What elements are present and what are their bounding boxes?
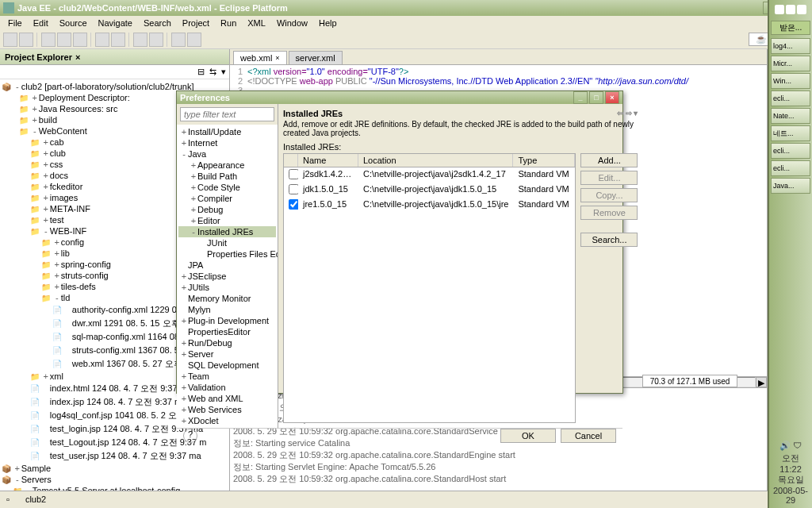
jre-checkbox[interactable] bbox=[289, 184, 298, 194]
toolbar-new-package-button[interactable] bbox=[95, 33, 109, 47]
pref-tree-item[interactable]: -Java bbox=[178, 148, 276, 160]
tree-item[interactable]: test_user.jsp 124 08. 4. 7 오전 9:37 ma bbox=[2, 449, 228, 463]
cancel-button[interactable]: Cancel bbox=[561, 429, 616, 443]
taskbar-item[interactable]: ecli... bbox=[771, 143, 810, 159]
preferences-dialog: Preferences _ □ × +Install/Update+Intern… bbox=[176, 90, 623, 394]
toolbar-external-tools-button[interactable] bbox=[73, 33, 87, 47]
editor-tab-web-xml[interactable]: web.xml× bbox=[233, 51, 287, 64]
preferences-nav-icons[interactable]: ⇦ ⇨ ▾ bbox=[617, 109, 638, 118]
toolbar-new-class-button[interactable] bbox=[111, 33, 125, 47]
taskbar-item[interactable]: ecli... bbox=[771, 90, 810, 106]
pref-tree-item[interactable]: +Compiler bbox=[178, 193, 276, 204]
col-type[interactable]: Type bbox=[513, 154, 575, 167]
close-icon[interactable]: × bbox=[75, 52, 80, 62]
col-location[interactable]: Location bbox=[358, 154, 513, 167]
jre-row[interactable]: jdk1.5.0_15C:\netville-project\java\jdk1… bbox=[284, 183, 575, 198]
taskbar-item[interactable]: Win... bbox=[771, 73, 810, 89]
pref-tree-item[interactable]: JPA bbox=[178, 260, 276, 271]
jre-row[interactable]: jre1.5.0_15C:\netville-project\java\jdk1… bbox=[284, 198, 575, 213]
pref-tree-item[interactable]: +JSEclipse bbox=[178, 271, 276, 282]
pref-tree-item[interactable]: +Server bbox=[178, 348, 276, 360]
pref-tree-item[interactable]: +Web Services bbox=[178, 404, 276, 415]
jre-checkbox[interactable] bbox=[289, 199, 298, 210]
link-editor-icon[interactable]: ⇆ bbox=[209, 67, 216, 77]
menu-project[interactable]: Project bbox=[178, 17, 214, 29]
preferences-filter-input[interactable] bbox=[180, 107, 274, 121]
search-button[interactable]: Search... bbox=[580, 233, 638, 247]
editor-tab-server-xml[interactable]: server.xml bbox=[289, 51, 343, 64]
status-icon: ▫ bbox=[6, 495, 10, 504]
pref-tree-item[interactable]: Properties Files Edit bbox=[178, 248, 276, 260]
taskbar-item[interactable]: ecli... bbox=[771, 160, 810, 176]
pref-tree-item[interactable]: +Team bbox=[178, 371, 276, 382]
dialog-close-button[interactable]: × bbox=[605, 91, 619, 104]
pref-tree-item[interactable]: Memory Monitor bbox=[178, 293, 276, 304]
pref-tree-item[interactable]: +Plug-in Development bbox=[178, 315, 276, 326]
scroll-right-icon[interactable]: ▶ bbox=[756, 377, 767, 387]
toolbar-forward-button[interactable] bbox=[187, 33, 201, 47]
toolbar-run-button[interactable] bbox=[57, 33, 71, 47]
taskbar-item[interactable]: Java... bbox=[771, 178, 810, 194]
pref-tree-item[interactable]: +Debug bbox=[178, 204, 276, 215]
collapse-all-icon[interactable]: ⊟ bbox=[197, 67, 205, 77]
jre-checkbox[interactable] bbox=[289, 169, 298, 179]
toolbar-annotation-button[interactable] bbox=[149, 33, 163, 47]
menu-help[interactable]: Help bbox=[314, 17, 342, 29]
col-name[interactable]: Name bbox=[298, 154, 358, 167]
pref-tree-item[interactable]: +Install/Update bbox=[178, 126, 276, 137]
menu-source[interactable]: Source bbox=[55, 17, 92, 29]
jre-table[interactable]: Name Location Type j2sdk1.4.2_17C:\netvi… bbox=[283, 153, 576, 423]
tree-item[interactable]: +Sample bbox=[2, 463, 228, 474]
toolbar-debug-button[interactable] bbox=[41, 33, 56, 47]
menu-search[interactable]: Search bbox=[139, 17, 176, 29]
dialog-maximize-button[interactable]: □ bbox=[589, 91, 603, 104]
tree-item[interactable]: -Servers bbox=[2, 474, 228, 485]
copy-button[interactable]: Copy... bbox=[580, 188, 638, 202]
pref-tree-item[interactable]: +Editor bbox=[178, 215, 276, 226]
toolbar-save-button[interactable] bbox=[19, 33, 33, 47]
preferences-tree[interactable]: +Install/Update+Internet-Java+Appearance… bbox=[177, 125, 278, 428]
taskbar-quicklaunch[interactable] bbox=[769, 0, 812, 19]
menu-xml[interactable]: XML bbox=[243, 17, 270, 29]
pref-tree-item[interactable]: +Validation bbox=[178, 382, 276, 393]
ok-button[interactable]: OK bbox=[500, 429, 556, 443]
pref-tree-item[interactable]: +Run/Debug bbox=[178, 337, 276, 348]
remove-button[interactable]: Remove bbox=[580, 206, 638, 220]
toolbar-new-button[interactable] bbox=[3, 33, 17, 47]
add-button[interactable]: Add... bbox=[580, 153, 638, 167]
menu-file[interactable]: File bbox=[3, 17, 27, 29]
toolbar-back-button[interactable] bbox=[171, 33, 186, 47]
pref-tree-item[interactable]: +XDoclet bbox=[178, 415, 276, 426]
toolbar-search-button[interactable] bbox=[133, 33, 147, 47]
pref-tree-item[interactable]: Mylyn bbox=[178, 304, 276, 315]
menu-navigate[interactable]: Navigate bbox=[94, 17, 137, 29]
pref-tree-item[interactable]: +Build Path bbox=[178, 171, 276, 182]
taskbar-item[interactable]: log4... bbox=[771, 38, 810, 54]
pref-tree-item[interactable]: +Appearance bbox=[178, 160, 276, 171]
pref-tree-item[interactable]: JUnit bbox=[178, 237, 276, 248]
menu-edit[interactable]: Edit bbox=[29, 17, 53, 29]
taskbar-item[interactable]: Micr... bbox=[771, 56, 810, 71]
help-icon[interactable]: ? bbox=[183, 429, 197, 443]
view-menu-icon[interactable]: ▾ bbox=[221, 67, 226, 77]
tree-item[interactable]: -Tomcat v5.5 Server at localhost-config bbox=[2, 485, 228, 491]
system-tray[interactable]: 🔊 🛡 오전 11:22 목요일 2008-05-29 bbox=[769, 437, 812, 508]
project-explorer-tab[interactable]: Project Explorer× bbox=[0, 49, 229, 65]
taskbar-item[interactable]: Nate... bbox=[771, 108, 810, 124]
pref-tree-item[interactable]: +JUtils bbox=[178, 282, 276, 293]
taskbar-lang[interactable]: 받은... bbox=[771, 21, 810, 35]
pref-tree-item[interactable]: SQL Development bbox=[178, 360, 276, 371]
taskbar-item[interactable]: 네트... bbox=[771, 125, 810, 141]
menu-window[interactable]: Window bbox=[272, 17, 312, 29]
edit-button[interactable]: Edit... bbox=[580, 171, 638, 185]
pref-tree-item[interactable]: PropertiesEditor bbox=[178, 326, 276, 337]
pref-tree-item[interactable]: -Installed JREs bbox=[178, 226, 276, 237]
jre-row[interactable]: j2sdk1.4.2_17C:\netville-project\java\j2… bbox=[284, 167, 575, 183]
dialog-minimize-button[interactable]: _ bbox=[573, 91, 588, 104]
close-icon[interactable]: × bbox=[275, 54, 279, 62]
installed-jres-label: Installed JREs: bbox=[283, 142, 638, 152]
menu-run[interactable]: Run bbox=[216, 17, 241, 29]
pref-tree-item[interactable]: +Web and XML bbox=[178, 393, 276, 404]
pref-tree-item[interactable]: +Internet bbox=[178, 137, 276, 148]
pref-tree-item[interactable]: +Code Style bbox=[178, 182, 276, 193]
